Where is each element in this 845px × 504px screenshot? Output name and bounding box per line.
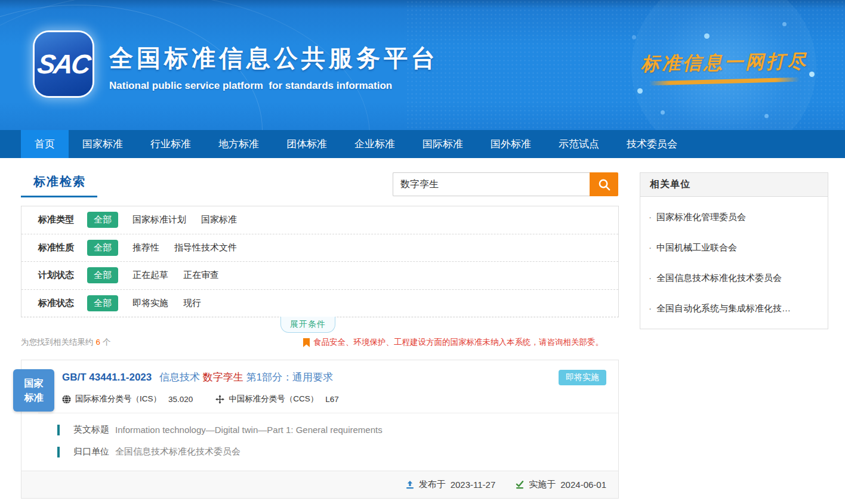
filter-option-3-0[interactable]: 即将实施 bbox=[132, 298, 168, 309]
filter-label-2: 计划状态 bbox=[38, 270, 75, 281]
info-row-0: 英文标题Information technology—Digital twin—… bbox=[57, 424, 606, 435]
upload-icon bbox=[406, 481, 414, 489]
filter-option-1-1[interactable]: 指导性技术文件 bbox=[174, 242, 237, 253]
nav-item-7[interactable]: 国外标准 bbox=[477, 130, 545, 158]
info-row-label-0: 英文标题 bbox=[73, 424, 109, 435]
card-top: GB/T 43441.1-2023 信息技术 数字孪生 第1部分：通用要求 国际… bbox=[21, 360, 618, 404]
related-unit-item-1[interactable]: 中国机械工业联合会 bbox=[640, 235, 828, 261]
filter-option-0-1[interactable]: 国家标准 bbox=[201, 214, 237, 225]
check-icon bbox=[516, 481, 524, 489]
card-footer: 发布于 2023-11-27 实施于 2024-06-01 bbox=[21, 471, 618, 498]
ccs-label: 中国标准分类号（CCS） bbox=[229, 394, 318, 404]
card-divider bbox=[38, 413, 618, 413]
filter-row-2: 计划状态全部正在起草正在审查 bbox=[21, 262, 618, 290]
ics-value: 35.020 bbox=[168, 395, 193, 404]
published-value: 2023-11-27 bbox=[451, 480, 496, 490]
info-row-bar-1 bbox=[57, 447, 60, 457]
info-row-value-1: 全国信息技术标准化技术委员会 bbox=[115, 446, 240, 457]
section-tab: 标准检索 bbox=[21, 172, 98, 197]
result-title-link[interactable]: GB/T 43441.1-2023 信息技术 数字孪生 第1部分：通用要求 bbox=[62, 370, 547, 384]
badge-line2: 标准 bbox=[13, 391, 54, 405]
magnifier-icon bbox=[598, 178, 610, 191]
main-nav: 首页国家标准行业标准地方标准团体标准企业标准国际标准国外标准示范试点技术委员会 bbox=[0, 130, 845, 158]
title-highlight: 数字孪生 bbox=[203, 372, 243, 383]
nav-item-1[interactable]: 国家标准 bbox=[69, 130, 137, 158]
expand-conditions-button[interactable]: 展开条件 bbox=[280, 317, 335, 333]
system-notice: 食品安全、环境保护、工程建设方面的国家标准未纳入本系统，请咨询相关部委。 bbox=[303, 337, 603, 348]
filter-option-0-0[interactable]: 国家标准计划 bbox=[132, 214, 186, 225]
published-label: 发布于 bbox=[419, 479, 446, 490]
nav-item-0[interactable]: 首页 bbox=[21, 130, 69, 158]
filter-option-2-0[interactable]: 正在起草 bbox=[132, 270, 168, 281]
results-count-suffix: 个 bbox=[103, 338, 111, 347]
site-header: SAC 全国标准信息公共服务平台 National public service… bbox=[0, 0, 845, 130]
implemented-value: 2024-06-01 bbox=[560, 480, 606, 490]
info-row-1: 归口单位全国信息技术标准化技术委员会 bbox=[57, 446, 606, 457]
filter-selected-1[interactable]: 全部 bbox=[87, 240, 118, 256]
bookmark-icon bbox=[303, 338, 310, 347]
filter-row-3: 标准状态全部即将实施现行 bbox=[21, 290, 618, 317]
filter-selected-2[interactable]: 全部 bbox=[87, 267, 118, 283]
nav-item-9[interactable]: 技术委员会 bbox=[613, 130, 691, 158]
related-unit-item-2[interactable]: 全国信息技术标准化技术委员会 bbox=[640, 265, 828, 291]
notice-text: 食品安全、环境保护、工程建设方面的国家标准未纳入本系统，请咨询相关部委。 bbox=[313, 337, 603, 348]
ccs-value: L67 bbox=[325, 395, 339, 404]
ics-meta: 国际标准分类号（ICS） 35.020 bbox=[62, 394, 193, 404]
filter-option-3-1[interactable]: 现行 bbox=[183, 298, 201, 309]
results-count-number: 6 bbox=[96, 338, 101, 347]
card-meta: 国际标准分类号（ICS） 35.020 中国标准分类号（CCS） L67 bbox=[62, 394, 547, 404]
related-units-panel: 相关单位 国家标准化管理委员会中国机械工业联合会全国信息技术标准化技术委员会全国… bbox=[640, 172, 828, 329]
ccs-meta: 中国标准分类号（CCS） L67 bbox=[215, 394, 339, 404]
nav-item-2[interactable]: 行业标准 bbox=[137, 130, 205, 158]
standard-type-badge: 国家 标准 bbox=[13, 369, 54, 412]
card-info-rows: 英文标题Information technology—Digital twin—… bbox=[21, 424, 618, 471]
info-row-value-0: Information technology—Digital twin—Part… bbox=[115, 425, 383, 435]
site-title-block: 全国标准信息公共服务平台 National public service pla… bbox=[109, 42, 439, 92]
search-box bbox=[393, 172, 618, 196]
section-title: 标准检索 bbox=[21, 172, 98, 190]
filter-row-0: 标准类型全部国家标准计划国家标准 bbox=[21, 206, 618, 234]
standard-code: GB/T 43441.1-2023 bbox=[62, 372, 152, 383]
slogan: 标准信息一网打尽 bbox=[641, 50, 808, 84]
section-title-underline bbox=[21, 196, 97, 197]
implemented-label: 实施于 bbox=[529, 479, 556, 490]
ics-label: 国际标准分类号（ICS） bbox=[75, 394, 161, 404]
related-unit-item-3[interactable]: 全国自动化系统与集成标准化技… bbox=[640, 296, 828, 321]
nav-item-4[interactable]: 团体标准 bbox=[273, 130, 341, 158]
result-card: 国家 标准 即将实施 GB/T 43441.1-2023 信息技术 数字孪生 第… bbox=[21, 360, 619, 499]
implemented-date: 实施于 2024-06-01 bbox=[516, 479, 606, 490]
compass-icon bbox=[215, 395, 224, 404]
search-section: 标准检索 bbox=[21, 172, 619, 206]
site-title: 全国标准信息公共服务平台 bbox=[109, 42, 439, 75]
filter-label-0: 标准类型 bbox=[38, 214, 75, 225]
search-button[interactable] bbox=[590, 172, 618, 196]
content-area: 标准检索 标准类型全部国家标准计划国家标准标准性质全部推荐性指导性 bbox=[0, 158, 845, 499]
title-part2: 第1部分：通用要求 bbox=[246, 372, 332, 383]
search-input[interactable] bbox=[393, 172, 590, 196]
sparkle-dots-decoration bbox=[627, 0, 630, 3]
filter-option-2-1[interactable]: 正在审查 bbox=[183, 270, 219, 281]
filter-selected-3[interactable]: 全部 bbox=[87, 295, 118, 311]
sac-logo: SAC bbox=[35, 32, 92, 96]
nav-item-6[interactable]: 国际标准 bbox=[409, 130, 477, 158]
filter-selected-0[interactable]: 全部 bbox=[87, 212, 118, 228]
results-line: 为您找到相关结果约6个 食品安全、环境保护、工程建设方面的国家标准未纳入本系统，… bbox=[21, 337, 619, 348]
site-subtitle: National public service platform for sta… bbox=[109, 80, 439, 92]
main-column: 标准检索 标准类型全部国家标准计划国家标准标准性质全部推荐性指导性 bbox=[21, 172, 619, 499]
info-row-label-1: 归口单位 bbox=[73, 446, 109, 457]
nav-item-3[interactable]: 地方标准 bbox=[205, 130, 273, 158]
related-units-list: 国家标准化管理委员会中国机械工业联合会全国信息技术标准化技术委员会全国自动化系统… bbox=[640, 197, 828, 329]
nav-item-8[interactable]: 示范试点 bbox=[545, 130, 613, 158]
filter-option-1-0[interactable]: 推荐性 bbox=[132, 242, 159, 253]
page: SAC 全国标准信息公共服务平台 National public service… bbox=[0, 0, 845, 499]
sac-logo-text: SAC bbox=[36, 49, 91, 80]
filter-row-1: 标准性质全部推荐性指导性技术文件 bbox=[21, 234, 618, 262]
badge-line1: 国家 bbox=[13, 376, 54, 391]
related-unit-item-0[interactable]: 国家标准化管理委员会 bbox=[640, 205, 828, 230]
results-count: 为您找到相关结果约6个 bbox=[21, 337, 111, 348]
published-date: 发布于 2023-11-27 bbox=[406, 479, 496, 490]
info-row-bar-0 bbox=[57, 425, 60, 435]
nav-item-5[interactable]: 企业标准 bbox=[341, 130, 409, 158]
filter-label-1: 标准性质 bbox=[38, 242, 75, 253]
slogan-text: 标准信息一网打尽 bbox=[641, 49, 809, 77]
